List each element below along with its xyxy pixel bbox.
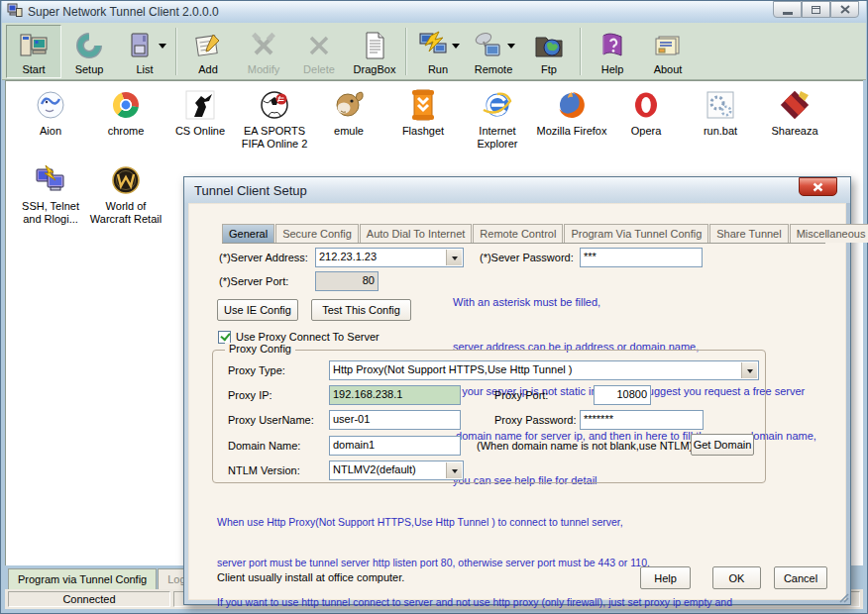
window-controls bbox=[773, 1, 859, 18]
desktop-icon-label: CS Online bbox=[163, 125, 238, 138]
desktop-icon-run-bat[interactable]: run.bat bbox=[683, 87, 758, 138]
help-button[interactable]: Help bbox=[640, 566, 691, 589]
use-ie-config-button[interactable]: Use IE Config bbox=[217, 299, 298, 321]
desktop-icon-wow[interactable]: World of Warcraft Retail bbox=[88, 162, 163, 226]
internet-explorer-icon bbox=[480, 87, 515, 123]
proxy-ip-field[interactable]: 192.168.238.1 bbox=[329, 385, 461, 405]
proxy-config-legend: Proxy Config bbox=[225, 343, 295, 355]
desktop-icon-shareaza[interactable]: Shareaza bbox=[757, 87, 832, 138]
chevron-down-icon bbox=[452, 256, 458, 263]
proxy-type-combobox[interactable]: Http Proxy(Not Support HTTPS,Use Http Tu… bbox=[329, 360, 759, 380]
toolbar-run-button[interactable]: Run bbox=[410, 25, 466, 78]
cancel-button[interactable]: Cancel bbox=[774, 566, 827, 589]
desktop-icon-label: Shareaza bbox=[757, 125, 832, 138]
firefox-icon bbox=[554, 87, 590, 123]
toolbar-help-button[interactable]: Help bbox=[585, 25, 640, 78]
app-icon bbox=[7, 2, 23, 22]
bottom-tab-program-via-tunnel-config[interactable]: Program via Tunnel Config bbox=[8, 568, 157, 589]
check-icon bbox=[220, 331, 230, 342]
desktop-icon-opera[interactable]: Opera bbox=[608, 87, 684, 138]
toolbar-remote-label: Remote bbox=[475, 63, 513, 76]
server-password-field[interactable]: *** bbox=[580, 248, 703, 267]
list-icon bbox=[124, 30, 156, 61]
desktop-icon-flashget[interactable]: Flashget bbox=[385, 87, 461, 138]
server-port-field[interactable]: 80 bbox=[315, 271, 379, 291]
desktop-icon-label: Aion bbox=[13, 125, 88, 138]
desktop-icon-label: Opera bbox=[608, 125, 684, 138]
server-address-dropdown-button[interactable] bbox=[446, 250, 462, 265]
minimize-icon bbox=[783, 12, 793, 15]
tab-remote-control[interactable]: Remote Control bbox=[473, 224, 563, 243]
desktop-icon-chrome[interactable]: chrome bbox=[88, 87, 163, 138]
dialog-title: Tunnel Client Setup bbox=[194, 183, 307, 198]
dialog-titlebar: Tunnel Client Setup bbox=[184, 177, 850, 203]
ntlm-version-value: NTLMV2(default) bbox=[330, 461, 463, 475]
about-icon bbox=[652, 30, 684, 61]
toolbar-help-label: Help bbox=[601, 63, 624, 76]
proxy-password-field[interactable]: ******* bbox=[580, 410, 704, 430]
desktop-icon-label: emule bbox=[311, 125, 386, 138]
desktop-icon-ssh-telnet[interactable]: SSH, Telnet and Rlogi... bbox=[13, 162, 88, 226]
desktop-icon-cs-online[interactable]: CS Online bbox=[163, 87, 238, 138]
server-address-label: (*)Server Address: bbox=[219, 252, 308, 263]
toolbar-remote-button[interactable]: Remote bbox=[466, 25, 521, 78]
tab-share-tunnel[interactable]: Share Tunnel bbox=[709, 224, 788, 243]
ntlm-version-dropdown-button[interactable] bbox=[446, 462, 462, 478]
tab-miscellaneous[interactable]: Miscellaneous bbox=[790, 224, 868, 243]
ssh-telnet-icon bbox=[33, 162, 68, 198]
toolbar-list-button[interactable]: List bbox=[117, 25, 172, 78]
close-button[interactable] bbox=[830, 1, 859, 18]
toolbar-start-button[interactable]: Start bbox=[6, 25, 61, 78]
desktop-icon-emule[interactable]: emule bbox=[311, 87, 386, 138]
tab-secure-config[interactable]: Secure Config bbox=[275, 224, 359, 243]
ntlm-version-combobox[interactable]: NTLMV2(default) bbox=[329, 460, 464, 480]
toolbar-run-label: Run bbox=[428, 63, 448, 76]
toolbar-ftp-button[interactable]: Ftp bbox=[521, 25, 577, 78]
toolbar-add-button[interactable]: Add bbox=[180, 25, 236, 78]
chevron-down-icon bbox=[452, 469, 458, 476]
run-dropdown-icon[interactable] bbox=[452, 44, 460, 52]
desktop-icon-firefox[interactable]: Mozilla Firefox bbox=[534, 87, 609, 138]
tab-auto-dial[interactable]: Auto Dial To Internet bbox=[360, 224, 472, 243]
screen: Super Network Tunnel Client 2.0.0.0 bbox=[0, 0, 868, 614]
proxy-type-value: Http Proxy(Not Support HTTPS,Use Http Tu… bbox=[330, 361, 758, 375]
resize-grip[interactable] bbox=[837, 591, 849, 603]
proxy-type-dropdown-button[interactable] bbox=[741, 362, 757, 378]
dragbox-icon bbox=[359, 30, 390, 61]
tab-general[interactable]: General bbox=[222, 224, 274, 243]
desktop-icon-label: chrome bbox=[88, 125, 163, 138]
toolbar-separator bbox=[175, 28, 177, 75]
toolbar-dragbox-button[interactable]: DragBox bbox=[347, 25, 402, 78]
desktop-icon-aion[interactable]: Aion bbox=[13, 87, 88, 138]
proxy-username-field[interactable]: user-01 bbox=[329, 410, 461, 430]
proxy-config-groupbox: Proxy Config Proxy Type: Http Proxy(Not … bbox=[212, 350, 766, 483]
toolbar-setup-button[interactable]: Setup bbox=[61, 25, 117, 78]
desktop-icon-internet-explorer[interactable]: Internet Explorer bbox=[460, 87, 535, 151]
remote-dropdown-icon[interactable] bbox=[507, 44, 515, 52]
list-dropdown-icon[interactable] bbox=[159, 44, 166, 52]
wow-icon bbox=[108, 162, 144, 198]
server-password-label: (*)Sever Password: bbox=[480, 252, 574, 263]
toolbar-start-label: Start bbox=[22, 63, 45, 76]
opera-icon bbox=[628, 87, 664, 123]
desktop-icon-ea-fifa[interactable]: EA SPORTS FIFA Online 2 bbox=[237, 87, 312, 151]
status-connection: Connected bbox=[8, 591, 170, 607]
desktop-icon-label: SSH, Telnet and Rlogi... bbox=[13, 200, 88, 226]
dialog-close-button[interactable] bbox=[799, 177, 837, 196]
proxy-port-field[interactable]: 10800 bbox=[594, 385, 651, 405]
minimize-button[interactable] bbox=[773, 1, 802, 18]
proxy-username-label: Proxy UserName: bbox=[228, 414, 314, 426]
toolbar-dragbox-label: DragBox bbox=[354, 63, 396, 76]
domain-name-field[interactable]: domain1 bbox=[329, 436, 461, 456]
tab-program-via-tunnel[interactable]: Program Via Tunnel Config bbox=[564, 224, 708, 243]
server-address-combobox[interactable]: 212.23.1.23 bbox=[315, 248, 464, 267]
proxy-type-label: Proxy Type: bbox=[228, 364, 285, 376]
ntlm-note: (When domain name is not blank,use NTLM) bbox=[477, 440, 693, 452]
toolbar-about-button[interactable]: About bbox=[640, 25, 696, 78]
desktop-icon-label: Flashget bbox=[385, 125, 461, 138]
test-this-config-button[interactable]: Test This Config bbox=[311, 299, 411, 321]
toolbar-modify-label: Modify bbox=[248, 63, 279, 76]
ok-button[interactable]: OK bbox=[712, 566, 761, 589]
get-domain-button[interactable]: Get Domain bbox=[691, 434, 754, 456]
restore-button[interactable] bbox=[802, 1, 830, 18]
